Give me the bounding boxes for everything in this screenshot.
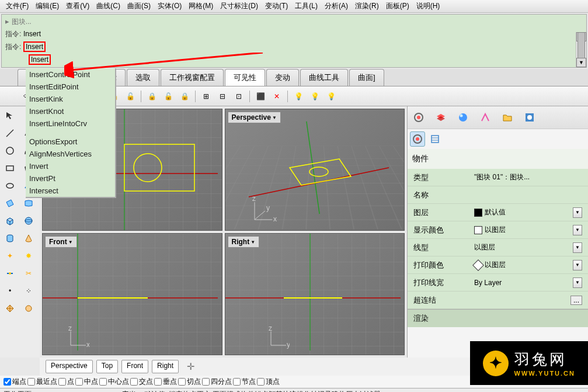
- prop-pcolor-value[interactable]: 以图层▼: [472, 259, 588, 272]
- library-icon[interactable]: [500, 110, 515, 125]
- vtab-right[interactable]: Right: [152, 360, 179, 373]
- unisolate-icon[interactable]: ✕: [270, 89, 284, 103]
- menu-solid[interactable]: 实体(O): [154, 0, 185, 12]
- vtab-perspective[interactable]: Perspective: [46, 360, 93, 373]
- menu-curve[interactable]: 曲线(C): [93, 0, 124, 12]
- prop-link-value[interactable]: ...: [472, 294, 588, 306]
- lock3-icon[interactable]: 🔓: [161, 89, 175, 103]
- dropdown-icon[interactable]: ▼: [573, 225, 582, 235]
- box-icon[interactable]: [1, 213, 19, 229]
- line-icon[interactable]: [1, 125, 19, 141]
- tab-select[interactable]: 选取: [127, 69, 159, 86]
- tab-surface[interactable]: 曲面]: [349, 69, 384, 86]
- props-icon[interactable]: [411, 110, 426, 125]
- dropdown-icon[interactable]: ▼: [573, 242, 582, 253]
- lock2-icon[interactable]: 🔒: [145, 89, 159, 103]
- ac-item[interactable]: Intersect: [26, 185, 115, 197]
- srf1-icon[interactable]: [1, 195, 19, 211]
- menu-view[interactable]: 查看(V): [62, 0, 93, 12]
- ac-item[interactable]: OptionsExport: [26, 136, 115, 148]
- ellipse-icon[interactable]: [1, 178, 19, 194]
- menu-analyze[interactable]: 分析(A): [321, 0, 352, 12]
- status-modes[interactable]: 锁定格点正交 平面模式物件锚点智慧轨迹操作轴记录建构历史过滤器: [169, 390, 381, 392]
- arrow-icon[interactable]: [1, 107, 19, 124]
- menu-dimension[interactable]: 尺寸标注(D): [217, 0, 262, 12]
- rect-icon[interactable]: [1, 160, 19, 176]
- vtab-front[interactable]: Front: [121, 360, 148, 373]
- showpts-icon[interactable]: ⊞: [199, 89, 213, 103]
- prop-dispcolor-value[interactable]: 以图层▼: [472, 224, 588, 237]
- object-props-tab-icon[interactable]: [410, 131, 425, 147]
- menu-file[interactable]: 文件(F): [2, 0, 32, 12]
- prop-ltype-value[interactable]: 以图层▼: [472, 241, 588, 254]
- join-icon[interactable]: [1, 265, 19, 282]
- chevron-down-icon[interactable]: ▼: [272, 115, 277, 120]
- menu-render[interactable]: 渲染(R): [352, 0, 382, 12]
- cmd-input-highlight[interactable]: Insert: [23, 41, 46, 52]
- osnap-vertex[interactable]: 顶点: [257, 377, 280, 387]
- unlock-icon[interactable]: 🔓: [123, 89, 137, 103]
- points-icon[interactable]: ⁘: [20, 283, 37, 299]
- ac-item[interactable]: InsertEditPoint: [26, 81, 115, 93]
- vp-title-front[interactable]: Front▼: [45, 236, 77, 248]
- dropdown-icon[interactable]: ▼: [573, 277, 582, 288]
- osnap-knot[interactable]: 节点: [233, 377, 256, 387]
- render-section-header[interactable]: 渲染: [408, 309, 588, 327]
- status-layer[interactable]: ■默认值: [140, 390, 165, 392]
- dropdown-icon[interactable]: ▼: [573, 260, 582, 270]
- trim-icon[interactable]: ✂: [20, 265, 37, 282]
- viewport-right[interactable]: Right▼ z y: [225, 233, 405, 355]
- bulbset1-icon[interactable]: 💡: [291, 89, 305, 103]
- scroll-thumb[interactable]: [577, 32, 585, 61]
- gear-icon[interactable]: ✦: [1, 248, 19, 264]
- osnap-end[interactable]: 端点: [4, 377, 26, 387]
- tab-transform[interactable]: 变动: [266, 69, 299, 86]
- menu-panel[interactable]: 面板(P): [382, 0, 413, 12]
- vp-title-right[interactable]: Right▼: [228, 236, 260, 248]
- chevron-down-icon[interactable]: ▼: [68, 240, 73, 245]
- vtab-add[interactable]: ✛: [182, 360, 199, 373]
- bulbset3-icon[interactable]: 💡: [324, 89, 338, 103]
- sphere-icon[interactable]: [20, 213, 37, 229]
- layers-icon[interactable]: [433, 110, 448, 125]
- dropdown-icon[interactable]: ▼: [573, 207, 582, 218]
- explode-icon[interactable]: ✸: [20, 248, 37, 264]
- tab-viewport[interactable]: 工作视窗配置: [161, 69, 224, 86]
- status-cplane[interactable]: 工作平面: [4, 390, 32, 392]
- ac-item[interactable]: InsertLineIntoCrv: [26, 117, 115, 130]
- ac-item[interactable]: Invert: [26, 160, 115, 172]
- osnap-perp[interactable]: 垂点: [154, 377, 177, 387]
- ac-item[interactable]: InvertPt: [26, 172, 115, 185]
- menu-transform[interactable]: 变动(T): [262, 0, 291, 12]
- isolate-icon[interactable]: ⬛: [253, 89, 267, 103]
- scroll-down-icon[interactable]: ▼: [576, 58, 586, 67]
- cmd-scrollbar[interactable]: ▲ ▼: [576, 32, 586, 67]
- ac-item[interactable]: InsertKnot: [26, 105, 115, 117]
- prop-pwidth-value[interactable]: By Layer▼: [472, 276, 588, 289]
- ac-item[interactable]: InsertKink: [26, 93, 115, 105]
- prop-layer-value[interactable]: 默认值▼: [472, 206, 588, 219]
- osnap-quad[interactable]: 四分点: [202, 377, 232, 387]
- ellipsis-button[interactable]: ...: [570, 296, 582, 305]
- prop-type-value[interactable]: "图块 01"：图块...: [472, 171, 588, 183]
- osnap-tan[interactable]: 切点: [178, 377, 201, 387]
- menu-surface[interactable]: 曲面(S): [124, 0, 154, 12]
- vtab-top[interactable]: Top: [96, 360, 118, 373]
- material-tab-icon[interactable]: [427, 131, 443, 147]
- tab-visibility[interactable]: 可见性: [225, 69, 265, 86]
- cmd-input-highlight2[interactable]: Insert: [29, 54, 51, 65]
- mesh2-icon[interactable]: [20, 300, 37, 317]
- help-icon[interactable]: [522, 110, 537, 125]
- ac-item[interactable]: AlignMeshVertices: [26, 148, 115, 160]
- lock4-icon[interactable]: 🔒: [178, 89, 192, 103]
- viewport-perspective[interactable]: Perspective▼ z x y: [225, 109, 405, 231]
- osnap-int[interactable]: 交点: [130, 377, 153, 387]
- osnap-point[interactable]: 点: [58, 377, 74, 387]
- material-icon[interactable]: [478, 110, 493, 125]
- osnap-mid[interactable]: 中点: [75, 377, 98, 387]
- vp-title-persp[interactable]: Perspective▼: [228, 112, 281, 123]
- menu-tools[interactable]: 工具(L): [291, 0, 321, 12]
- cylinder-icon[interactable]: [1, 230, 19, 247]
- point-icon[interactable]: •: [1, 283, 19, 299]
- mesh-icon[interactable]: [1, 300, 19, 317]
